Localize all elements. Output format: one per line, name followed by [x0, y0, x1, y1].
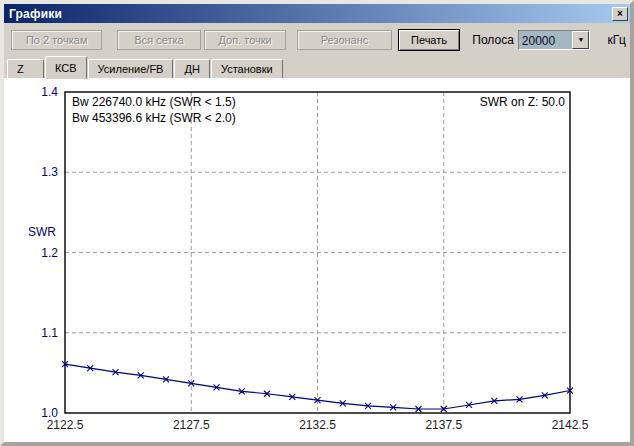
bandwidth-annotation-2: Bw 453396.6 kHz (SWR < 2.0) [72, 111, 236, 125]
swr-impedance-annotation: SWR on Z: 50.0 [480, 95, 565, 109]
close-icon: × [617, 8, 623, 19]
tab-dn[interactable]: ДН [174, 59, 209, 78]
x-tick-label: 2132.5 [299, 418, 336, 432]
window-title: Графики [9, 7, 612, 21]
band-unit-label: кГц [607, 33, 626, 47]
x-tick-label: 2127.5 [173, 418, 210, 432]
two-points-button[interactable]: По 2 точкам [11, 30, 102, 50]
tab-settings[interactable]: Установки [211, 59, 283, 78]
y-axis-title: SWR [28, 225, 56, 239]
band-value: 20000 [519, 31, 573, 49]
bandwidth-annotation-1: Bw 226740.0 kHz (SWR < 1.5) [72, 95, 236, 109]
tab-gain-fb[interactable]: Усиление/FB [88, 59, 174, 78]
y-tick-label: 1.4 [41, 85, 58, 99]
x-tick-label: 2122.5 [47, 418, 84, 432]
resonance-button[interactable]: Резонанс [297, 30, 391, 50]
chart-area: 1.01.11.21.31.42122.52127.52132.52137.52… [4, 78, 630, 442]
extra-points-button[interactable]: Доп. точки [204, 30, 286, 50]
toolbar: По 2 точкам Вся сетка Доп. точки Резонан… [4, 23, 630, 56]
whole-grid-button[interactable]: Вся сетка [117, 30, 200, 50]
tab-ksv[interactable]: КСВ [45, 56, 87, 79]
swr-chart: 1.01.11.21.31.42122.52127.52132.52137.52… [4, 79, 630, 443]
band-combobox[interactable]: 20000 ▼ [518, 30, 591, 50]
tab-z[interactable]: Z [7, 59, 44, 78]
print-button[interactable]: Печать [398, 29, 461, 51]
x-tick-label: 2137.5 [425, 418, 462, 432]
gridlines [65, 92, 570, 413]
chevron-down-icon: ▼ [577, 36, 584, 43]
close-button[interactable]: × [612, 7, 628, 21]
tab-bar: Z КСВ Усиление/FB ДН Установки [4, 56, 630, 78]
y-tick-label: 1.3 [41, 165, 58, 179]
axis-labels: 1.01.11.21.31.42122.52127.52132.52137.52… [28, 85, 589, 432]
band-label: Полоса [472, 33, 514, 47]
x-tick-label: 2142.5 [552, 418, 589, 432]
titlebar[interactable]: Графики × [4, 4, 630, 23]
band-dropdown-button[interactable]: ▼ [572, 31, 589, 49]
y-tick-label: 1.1 [41, 326, 58, 340]
graphs-window: Графики × По 2 точкам Вся сетка Доп. точ… [0, 0, 634, 446]
y-tick-label: 1.2 [41, 246, 58, 260]
